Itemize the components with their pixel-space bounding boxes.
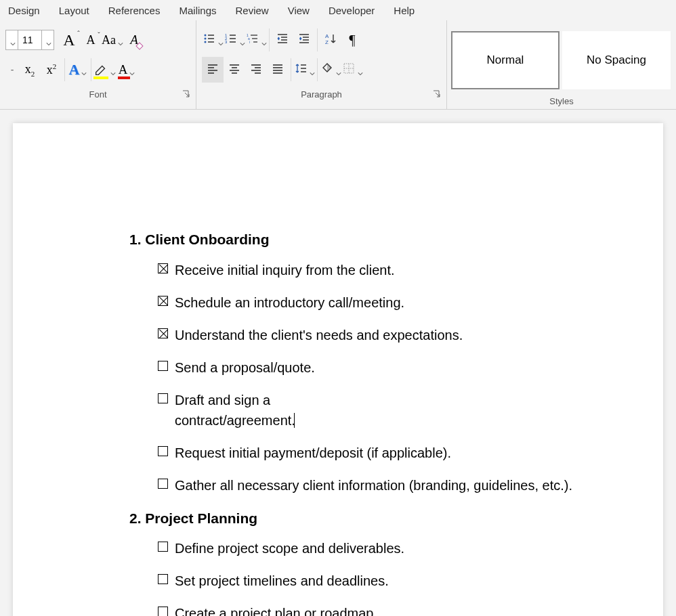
paragraph-dialog-launcher[interactable] (433, 90, 441, 98)
text-effects-icon: A (69, 61, 80, 79)
multilevel-list-button[interactable]: 1ai (245, 27, 267, 53)
document-page[interactable]: 1. Client OnboardingReceive initial inqu… (13, 123, 663, 616)
pilcrow-icon: ¶ (349, 32, 355, 48)
checkbox-icon[interactable] (158, 479, 168, 489)
shading-icon (320, 62, 334, 78)
font-color-button[interactable]: A (116, 57, 138, 83)
tab-developer[interactable]: Developer (329, 5, 375, 16)
decrease-font-size-button[interactable]: Aˇ (80, 27, 102, 53)
chevron-down-icon (118, 37, 123, 43)
tab-references[interactable]: References (108, 5, 161, 16)
sort-button[interactable]: AZ (320, 27, 341, 53)
chevron-down-icon (110, 67, 116, 72)
align-right-button[interactable] (245, 57, 267, 83)
bullets-icon (203, 32, 216, 48)
checkbox-icon[interactable] (158, 328, 168, 338)
subscript-button[interactable]: x2 (19, 57, 41, 83)
checklist-item[interactable]: Gather all necessary client information … (158, 475, 663, 496)
text-effects-button[interactable]: A (67, 57, 89, 83)
increase-indent-icon (297, 32, 311, 48)
borders-button[interactable] (341, 57, 363, 83)
chevron-down-icon (81, 67, 87, 72)
tab-layout[interactable]: Layout (59, 5, 89, 16)
checklist-item[interactable]: Send a proposal/quote. (158, 357, 663, 378)
shading-button[interactable] (320, 57, 341, 83)
tab-review[interactable]: Review (236, 5, 269, 16)
chevron-down-icon (310, 67, 315, 72)
checklist-item[interactable]: Understand the client's needs and expect… (158, 325, 663, 345)
chevron-down-icon (218, 37, 224, 43)
section-heading[interactable]: 2. Project Planning (129, 508, 663, 529)
bullets-button[interactable] (202, 27, 224, 53)
svg-text:Z: Z (325, 39, 329, 45)
decrease-indent-button[interactable] (272, 27, 293, 53)
checkbox-icon[interactable] (158, 263, 168, 273)
svg-text:i: i (249, 40, 250, 44)
tab-view[interactable]: View (288, 5, 310, 16)
checklist-item[interactable]: Set project timelines and deadlines. (158, 571, 663, 591)
increase-font-icon: Aˆ (63, 31, 75, 49)
checklist-text[interactable]: Gather all necessary client information … (175, 475, 572, 496)
subscript-icon: x2 (25, 62, 35, 78)
highlight-icon (93, 62, 108, 77)
checklist-text[interactable]: Schedule an introductory call/meeting. (175, 292, 404, 313)
chevron-down-icon (261, 37, 267, 43)
checklist-text[interactable]: Define project scope and deliverables. (175, 538, 404, 558)
checklist-item[interactable]: Create a project plan or roadmap. (158, 603, 663, 616)
superscript-button[interactable]: x2 (41, 57, 62, 83)
align-center-button[interactable] (224, 57, 245, 83)
increase-indent-button[interactable] (293, 27, 315, 53)
font-size-input[interactable] (18, 35, 41, 45)
clear-formatting-button[interactable]: A (123, 27, 145, 53)
align-right-icon (249, 62, 263, 78)
checkbox-icon[interactable] (158, 446, 168, 456)
svg-point-0 (204, 35, 206, 37)
document-area: 1. Client OnboardingReceive initial inqu… (0, 110, 676, 616)
checklist-item[interactable]: Schedule an introductory call/meeting. (158, 292, 663, 313)
checklist-item[interactable]: Draft and sign a contract/agreement. (158, 390, 663, 431)
justify-button[interactable] (267, 57, 289, 83)
ribbon-tabs: Design Layout References Mailings Review… (0, 0, 676, 20)
borders-icon (342, 62, 356, 78)
change-case-icon: Aa (102, 33, 116, 47)
sort-icon: AZ (324, 32, 337, 48)
checklist-text[interactable]: Understand the client's needs and expect… (175, 325, 463, 345)
section-heading[interactable]: 1. Client Onboarding (129, 229, 663, 250)
decrease-indent-icon (276, 32, 289, 48)
checklist-item[interactable]: Request initial payment/deposit (if appl… (158, 443, 663, 463)
align-left-button[interactable] (202, 57, 224, 83)
numbering-button[interactable]: 123 (224, 27, 245, 53)
checkbox-icon[interactable] (158, 361, 168, 371)
tab-mailings[interactable]: Mailings (179, 5, 216, 16)
checklist-text[interactable]: Send a proposal/quote. (175, 357, 315, 378)
font-dialog-launcher[interactable] (182, 90, 190, 98)
checklist-text[interactable]: Draft and sign a contract/agreement. (175, 390, 394, 431)
change-case-button[interactable]: Aa (102, 27, 123, 53)
checklist-text[interactable]: Set project timelines and deadlines. (175, 571, 389, 591)
align-left-icon (206, 62, 219, 78)
increase-font-size-button[interactable]: Aˆ (58, 27, 80, 53)
decrease-font-icon: Aˇ (87, 33, 96, 47)
style-no-spacing[interactable]: No Spacing (562, 31, 671, 89)
checklist-text[interactable]: Create a project plan or roadmap. (175, 603, 377, 616)
tab-help[interactable]: Help (394, 5, 415, 16)
line-spacing-button[interactable] (293, 57, 315, 83)
strikethrough-hint[interactable]: - (5, 57, 19, 83)
style-normal[interactable]: Normal (451, 31, 559, 89)
font-size-combo[interactable] (5, 30, 54, 50)
checklist-item[interactable]: Receive initial inquiry from the client. (158, 260, 663, 280)
clear-format-icon: A (130, 32, 138, 47)
checkbox-icon[interactable] (158, 607, 168, 616)
checkbox-icon[interactable] (158, 393, 168, 403)
checklist-text[interactable]: Receive initial inquiry from the client. (175, 260, 395, 280)
chevron-down-icon (358, 67, 363, 72)
tab-design[interactable]: Design (8, 5, 40, 16)
checkbox-icon[interactable] (158, 542, 168, 552)
show-marks-button[interactable]: ¶ (341, 27, 363, 53)
checkbox-icon[interactable] (158, 574, 168, 584)
highlight-button[interactable] (93, 57, 116, 83)
checklist-item[interactable]: Define project scope and deliverables. (158, 538, 663, 558)
checkbox-icon[interactable] (158, 296, 168, 306)
chevron-down-icon (10, 37, 16, 43)
checklist-text[interactable]: Request initial payment/deposit (if appl… (175, 443, 451, 463)
